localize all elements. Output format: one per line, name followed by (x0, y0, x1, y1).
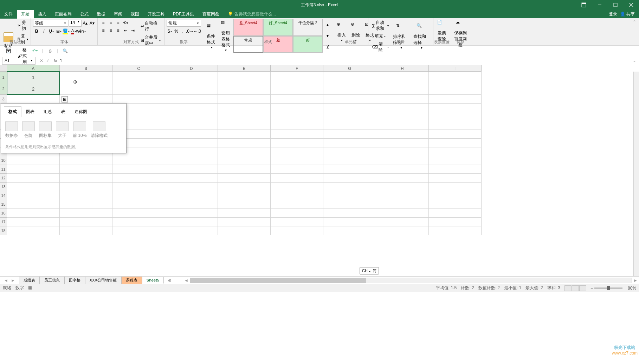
align-right-icon[interactable]: ≡ (115, 27, 122, 34)
cell-A16[interactable] (7, 209, 60, 218)
formula-input[interactable]: 1 (57, 58, 630, 63)
cell-D2[interactable] (165, 83, 218, 95)
italic-button[interactable]: I (40, 28, 47, 34)
qa-tab-tables[interactable]: 表 (57, 106, 70, 117)
cell-A15[interactable] (7, 200, 60, 209)
cell-E14[interactable] (218, 191, 271, 200)
cell-I3[interactable] (429, 95, 482, 104)
cell-B12[interactable] (60, 174, 112, 183)
cell-F13[interactable] (271, 183, 323, 191)
spreadsheet-grid[interactable]: ABCDEFGHI 123456789101112131415161718 12… (0, 65, 639, 276)
qat-btn-1[interactable]: ⎙ (46, 47, 54, 55)
vertical-scrollbar[interactable] (633, 72, 639, 276)
cell-E16[interactable] (218, 209, 271, 218)
cell-B15[interactable] (60, 200, 112, 209)
col-header-B[interactable]: B (60, 65, 112, 72)
view-normal-icon[interactable] (564, 285, 572, 291)
sheet-tab-1[interactable]: 成绩表 (19, 277, 40, 284)
cell-A14[interactable] (7, 191, 60, 200)
close-icon[interactable] (623, 0, 639, 10)
cell-C14[interactable] (112, 191, 165, 200)
quick-analysis-button[interactable]: ⊞ (62, 96, 68, 102)
tab-pdf[interactable]: PDF工具集 (169, 10, 198, 19)
cell-B13[interactable] (60, 183, 112, 191)
tab-developer[interactable]: 开发工具 (143, 10, 169, 19)
cell-F4[interactable] (271, 104, 323, 112)
row-header-17[interactable]: 17 (0, 218, 7, 226)
cell-E8[interactable] (218, 139, 271, 147)
row-header-3[interactable]: 3 (0, 95, 7, 104)
cell-B16[interactable] (60, 209, 112, 218)
qa-tab-chart[interactable]: 图表 (21, 106, 39, 117)
cell-E13[interactable] (218, 183, 271, 191)
cell-B1[interactable] (60, 72, 112, 83)
cell-C1[interactable] (112, 72, 165, 83)
cell-E4[interactable] (218, 104, 271, 112)
tab-data[interactable]: 数据 (93, 10, 110, 19)
macro-icon[interactable]: ▦ (28, 285, 32, 291)
style-scroll-up-icon[interactable]: ▴ (324, 21, 331, 28)
cell-E11[interactable] (218, 165, 271, 174)
cell-G4[interactable] (323, 104, 376, 112)
cell-D17[interactable] (165, 218, 218, 226)
cell-H1[interactable] (376, 72, 429, 83)
cell-A3[interactable] (7, 95, 60, 104)
cell-H5[interactable] (376, 112, 429, 121)
orientation-icon[interactable]: ⟲▾ (122, 20, 129, 26)
style-more-icon[interactable]: ⊻ (324, 44, 331, 50)
print-preview-icon[interactable]: 🔍 (61, 47, 69, 55)
cell-B17[interactable] (60, 218, 112, 226)
cell-F14[interactable] (271, 191, 323, 200)
cell-I5[interactable] (429, 112, 482, 121)
cell-I17[interactable] (429, 218, 482, 226)
style-bad-sheet[interactable]: 差_Sheet4 (233, 19, 263, 36)
sheet-tab-3[interactable]: 田字格 (64, 277, 85, 284)
style-good-sheet[interactable]: 好_Sheet4 (263, 19, 293, 36)
cell-C10[interactable] (112, 156, 165, 165)
expand-formula-icon[interactable]: ⌄ (630, 58, 639, 63)
qa-tab-format[interactable]: 格式 (4, 106, 21, 117)
indent-increase-icon[interactable]: ⇥ (129, 27, 136, 34)
cell-D13[interactable] (165, 183, 218, 191)
cell-H2[interactable] (376, 83, 429, 95)
cell-A17[interactable] (7, 218, 60, 226)
cell-D18[interactable] (165, 226, 218, 235)
cell-H14[interactable] (376, 191, 429, 200)
cell-F6[interactable] (271, 121, 323, 130)
collapse-ribbon-icon[interactable]: ⌃ (630, 18, 639, 45)
tell-me-search[interactable]: 💡告诉我您想要做什么... (228, 11, 276, 17)
cell-F2[interactable] (271, 83, 323, 95)
table-format-button[interactable]: ▤ 套用 表格格式▼ (219, 19, 232, 53)
cell-F10[interactable] (271, 156, 323, 165)
cell-G1[interactable] (323, 72, 376, 83)
row-header-16[interactable]: 16 (0, 209, 7, 218)
cell-C2[interactable] (112, 83, 165, 95)
cell-H12[interactable] (376, 174, 429, 183)
phonetic-button[interactable]: wén▾ (77, 28, 84, 34)
cell-E12[interactable] (218, 174, 271, 183)
cell-F5[interactable] (271, 112, 323, 121)
cell-I10[interactable] (429, 156, 482, 165)
cell-I12[interactable] (429, 174, 482, 183)
cell-H11[interactable] (376, 165, 429, 174)
add-sheet-icon[interactable]: ⊕ (164, 278, 176, 283)
tab-formulas[interactable]: 公式 (76, 10, 93, 19)
number-format-combo[interactable]: 常规▼ (167, 20, 201, 27)
cell-F12[interactable] (271, 174, 323, 183)
cell-D3[interactable] (165, 95, 218, 104)
cell-F18[interactable] (271, 226, 323, 235)
view-page-icon[interactable] (572, 285, 579, 291)
sheet-tab-5[interactable]: 课程表 (121, 277, 142, 284)
cell-D1[interactable] (165, 72, 218, 83)
percent-icon[interactable]: % (173, 28, 180, 34)
cell-F17[interactable] (271, 218, 323, 226)
underline-button[interactable]: U▾ (48, 28, 55, 34)
indent-decrease-icon[interactable]: ⇤ (122, 27, 129, 34)
cell-H17[interactable] (376, 218, 429, 226)
style-scroll-down-icon[interactable]: ▾ (324, 33, 331, 39)
cell-G7[interactable] (323, 130, 376, 139)
cell-G17[interactable] (323, 218, 376, 226)
cell-C12[interactable] (112, 174, 165, 183)
login-link[interactable]: 登录 (609, 11, 617, 17)
view-break-icon[interactable] (579, 285, 586, 291)
